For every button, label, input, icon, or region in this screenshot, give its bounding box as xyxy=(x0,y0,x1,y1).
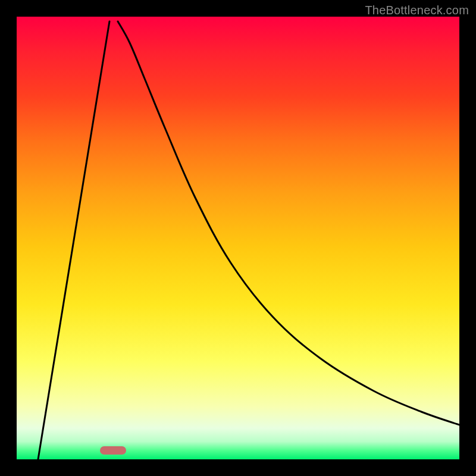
bottleneck-marker xyxy=(100,446,126,455)
curve-left xyxy=(38,21,109,459)
chart-curves xyxy=(17,17,459,459)
curve-right xyxy=(118,21,459,425)
watermark-label: TheBottleneck.com xyxy=(365,4,469,17)
chart-canvas xyxy=(17,17,459,459)
